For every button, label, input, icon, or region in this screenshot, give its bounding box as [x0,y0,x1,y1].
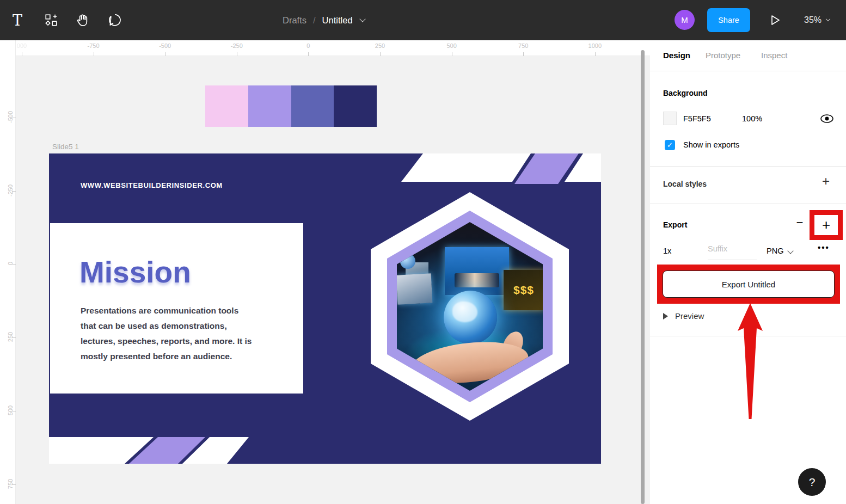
tab-design[interactable]: Design [663,51,690,60]
ruler-tick [12,191,16,192]
frame-label[interactable]: Slide5 1 [52,143,79,151]
ruler-top-label: 000 [17,42,27,49]
ruler-left-label: -500 [7,108,14,126]
ruler-top-label: 0 [306,42,310,49]
palette-swatch[interactable] [205,85,248,127]
panel-tabs: Design Prototype Inspect [650,40,846,71]
ruler-tick [12,411,16,411]
export-format-select[interactable]: PNG [767,247,783,255]
breadcrumb: Drafts / Untitled [283,0,365,40]
mission-body-text: Presentations are communication tools th… [81,303,256,364]
show-in-exports-label: Show in exports [683,140,739,149]
color-palette-strip[interactable] [205,85,377,127]
hexagon-purple-ring: $$$ [387,211,553,402]
divider [650,204,846,204]
breadcrumb-separator: / [313,15,316,26]
palette-swatch[interactable] [291,85,334,127]
avatar[interactable]: M [675,10,695,30]
local-styles-title: Local styles [663,180,707,188]
ruler-tick [12,484,16,485]
ruler-tick [165,52,165,56]
ruler-left-label: 500 [7,401,14,420]
zoom-level: 35% [804,15,822,25]
ruler-top-label: 750 [518,42,528,49]
ruler-top-label: -750 [88,42,100,49]
annotation-box-plus: + [810,210,843,240]
vertical-scrollbar[interactable] [641,50,645,504]
resources-shapes-icon[interactable] [41,10,61,30]
ruler-tick [94,52,94,56]
ruler-tick [523,52,524,56]
palette-swatch[interactable] [334,85,377,127]
background-opacity-value[interactable]: 100% [742,114,762,123]
ruler-top-label: -250 [231,42,243,49]
ruler-tick [12,118,16,118]
ruler-tick [595,52,596,56]
ruler-top-label: -500 [159,42,171,49]
slide-frame[interactable]: WWW.WEBSITEBUILDERINSIDER.COM Mission Pr… [49,153,601,464]
ruler-tick [12,264,16,265]
photo-money-screen: $$$ [504,270,543,310]
tab-prototype[interactable]: Prototype [706,51,740,60]
add-export-button[interactable]: + [814,215,838,235]
canvas[interactable]: Slide5 1 WWW.WEBSITEBUILDERINSIDER.COM M… [0,40,650,504]
background-section-title: Background [663,89,708,97]
export-section-title: Export [663,220,687,229]
divider [650,166,846,167]
hand-tool-icon[interactable] [73,10,93,30]
export-options-menu-icon[interactable]: ••• [818,243,830,252]
mission-card: Mission Presentations are communication … [50,223,303,394]
mission-title: Mission [79,255,191,290]
right-properties-panel: Design Prototype Inspect Background F5F5… [650,40,846,504]
comment-tool-icon[interactable] [105,10,125,30]
ruler-left-label: 750 [7,475,14,493]
top-toolbar: T Drafts / Untitled M Share 35 [0,0,846,40]
ruler-vertical[interactable]: -500-2500250500750 [0,40,16,504]
text-tool-icon[interactable]: T [8,10,27,30]
file-title[interactable]: Untitled [322,15,353,26]
export-suffix-input[interactable] [708,244,757,253]
show-in-exports-checkbox[interactable]: ✓ [665,140,675,150]
breadcrumb-folder[interactable]: Drafts [283,15,306,26]
hexagon-outer-white: $$$ [371,192,569,421]
export-scale-value[interactable]: 1x [663,247,671,255]
zoom-chevron-icon [826,17,830,21]
ruler-tick [452,52,452,56]
ruler-top-label: 500 [446,42,456,49]
share-button[interactable]: Share [707,8,750,32]
ruler-left-label: 0 [7,254,14,273]
present-play-icon[interactable] [767,12,783,28]
ruler-tick [380,52,381,56]
ruler-tick [308,52,309,56]
website-url-text: WWW.WEBSITEBUILDERINSIDER.COM [81,181,223,189]
ruler-horizontal[interactable]: 000-750-500-25002505007501000 [0,40,650,56]
add-local-style-button[interactable]: + [819,174,833,188]
photo-globe [444,291,497,344]
file-menu-chevron-icon[interactable] [359,16,365,22]
preview-label: Preview [675,311,704,321]
remove-export-button[interactable]: − [793,216,807,230]
format-chevron-icon [787,248,793,254]
annotation-box-export-button: Export Untitled [657,265,840,304]
ruler-tick [237,52,237,56]
photo-mini-globe [400,254,415,269]
ruler-tick [22,52,22,56]
photo-handshake-screen [445,247,509,295]
palette-swatch[interactable] [248,85,291,127]
hexagon-photo-collage: $$$ [397,222,543,391]
ruler-left-label: 250 [7,328,14,346]
export-untitled-button[interactable]: Export Untitled [663,271,835,298]
suffix-underline [708,260,757,260]
ruler-top-label: 1000 [588,42,602,49]
divider [650,336,846,336]
visibility-eye-icon[interactable] [819,112,835,125]
tab-inspect[interactable]: Inspect [761,51,787,60]
background-hex-value[interactable]: F5F5F5 [683,114,711,123]
preview-section-toggle[interactable]: Preview [663,311,704,321]
ruler-left-label: -250 [7,181,14,200]
help-button[interactable]: ? [798,468,826,496]
ruler-tick [12,337,16,338]
zoom-control[interactable]: 35% [804,0,830,40]
ruler-top-label: 250 [375,42,385,49]
background-color-swatch[interactable] [663,112,677,125]
